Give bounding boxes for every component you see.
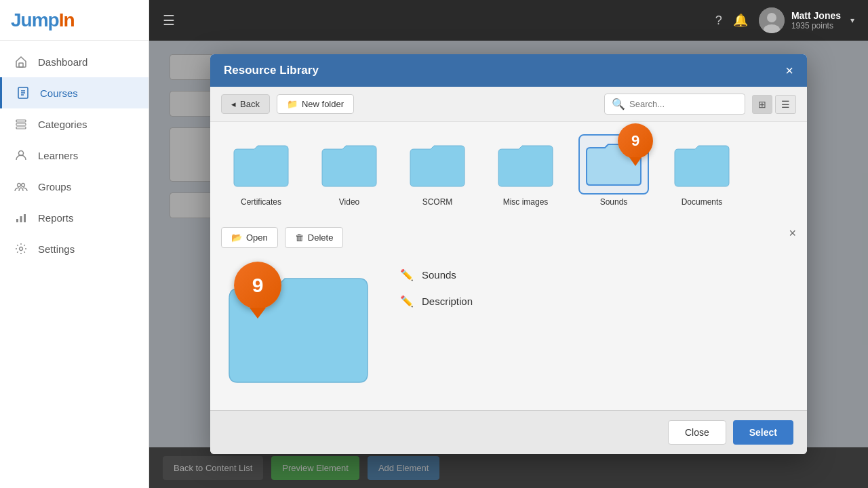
folder-add-icon: 📁	[287, 99, 298, 109]
sidebar-item-groups[interactable]: Groups	[0, 171, 149, 202]
user-points: 1935 points	[791, 21, 841, 30]
bottom-panel-close-button[interactable]: ×	[789, 227, 796, 239]
sidebar-item-reports-label: Reports	[38, 212, 74, 224]
large-folder-badge: 9	[234, 262, 281, 309]
sidebar-item-learners-label: Learners	[38, 150, 78, 161]
folder-name-item: ✏️ Sounds	[400, 268, 473, 281]
svg-rect-11	[16, 219, 18, 222]
delete-button[interactable]: 🗑 Delete	[285, 227, 344, 248]
logo-text: JumpIn	[11, 9, 75, 31]
folder-video[interactable]: Video	[312, 136, 387, 207]
grid-view-button[interactable]: ⊞	[752, 95, 772, 114]
new-folder-button[interactable]: 📁 New folder	[277, 94, 354, 114]
sidebar-item-settings[interactable]: Settings	[0, 233, 149, 264]
svg-rect-7	[16, 127, 26, 129]
list-view-button[interactable]: ☰	[775, 95, 796, 114]
folder-icon-sounds: 9	[580, 136, 648, 193]
logo: JumpIn	[0, 0, 149, 41]
modal-overlay: Resource Library × ◂ Back 📁 New folder 🔍	[149, 41, 868, 488]
sidebar: JumpIn Dashboard Courses	[0, 0, 149, 488]
chevron-down-icon[interactable]: ▾	[850, 16, 854, 25]
folder-icon-video	[315, 136, 383, 193]
modal-bottom-section: 📂 Open 🗑 Delete ×	[210, 220, 807, 410]
modal-toolbar: ◂ Back 📁 New folder 🔍 ⊞ ☰	[210, 87, 807, 122]
pencil-desc-icon: ✏️	[400, 295, 414, 308]
sidebar-item-dashboard[interactable]: Dashboard	[0, 46, 149, 77]
search-input[interactable]	[629, 99, 738, 109]
sidebar-nav: Dashboard Courses Categor	[0, 41, 149, 488]
book-icon	[16, 85, 31, 100]
folder-preview-area: 9 ✏️ Sounds ✏️	[210, 255, 807, 401]
back-button[interactable]: ◂ Back	[221, 94, 270, 114]
person-icon	[14, 148, 28, 163]
sidebar-item-groups-label: Groups	[38, 181, 71, 192]
topbar-left: ☰	[163, 12, 175, 28]
svg-rect-12	[20, 216, 22, 222]
folder-scorm[interactable]: SCORM	[400, 136, 475, 207]
folder-open-icon: 📂	[231, 232, 242, 243]
pencil-name-icon: ✏️	[400, 268, 414, 281]
folder-icon-misc	[492, 136, 559, 193]
folder-sounds-label: Sounds	[600, 197, 628, 207]
main-area: ☰ ? 🔔 Matt Jones 1935 points ▾	[149, 0, 868, 488]
folder-sounds-badge-top: 9	[618, 123, 653, 159]
svg-point-9	[18, 184, 21, 187]
sidebar-item-learners[interactable]: Learners	[0, 140, 149, 171]
folder-detail: ✏️ Sounds ✏️ Description	[400, 262, 473, 308]
sidebar-item-categories-label: Categories	[38, 119, 87, 130]
folder-description-item: ✏️ Description	[400, 295, 473, 308]
search-icon: 🔍	[612, 98, 625, 110]
svg-point-16	[767, 13, 776, 22]
folder-documents-label: Documents	[682, 197, 723, 207]
sidebar-item-reports[interactable]: Reports	[0, 202, 149, 233]
svg-rect-0	[19, 63, 23, 67]
folder-certificates-label: Certificates	[241, 197, 281, 207]
close-footer-button[interactable]: Close	[668, 420, 726, 445]
modal-title: Resource Library	[224, 64, 319, 77]
folder-certificates[interactable]: Certificates	[224, 136, 298, 207]
sidebar-item-categories[interactable]: Categories	[0, 108, 149, 140]
search-box: 🔍	[604, 94, 745, 115]
hamburger-icon[interactable]: ☰	[163, 12, 175, 28]
content-area: Resource Library × ◂ Back 📁 New folder 🔍	[149, 41, 868, 488]
resource-library-modal: Resource Library × ◂ Back 📁 New folder 🔍	[210, 54, 807, 454]
user-details: Matt Jones 1935 points	[791, 10, 841, 30]
folder-scorm-label: SCORM	[422, 197, 453, 207]
folder-icon-certificates	[227, 136, 295, 193]
folders-grid: Certificates Video	[210, 122, 807, 220]
chevron-left-icon: ◂	[231, 99, 236, 109]
large-folder-preview: 9	[224, 262, 373, 387]
settings-icon	[14, 241, 28, 256]
folder-misc-images[interactable]: Misc images	[488, 136, 563, 207]
help-icon[interactable]: ?	[715, 14, 722, 28]
svg-point-14	[20, 247, 23, 251]
folder-video-label: Video	[339, 197, 359, 207]
modal-footer: Close Select	[210, 410, 807, 454]
chart-icon	[14, 210, 28, 225]
bell-icon[interactable]: 🔔	[733, 13, 748, 28]
user-info: Matt Jones 1935 points ▾	[759, 7, 854, 33]
folder-sounds[interactable]: 9 Sounds	[576, 136, 651, 207]
sidebar-item-dashboard-label: Dashboard	[38, 56, 87, 68]
sidebar-item-courses-label: Courses	[40, 87, 78, 99]
action-bar: 📂 Open 🗑 Delete	[210, 220, 807, 255]
sidebar-item-courses[interactable]: Courses	[0, 77, 149, 108]
svg-point-10	[22, 184, 25, 187]
avatar	[759, 7, 785, 33]
modal-header: Resource Library ×	[210, 54, 807, 87]
folder-misc-label: Misc images	[503, 197, 549, 207]
modal-close-button[interactable]: ×	[785, 64, 793, 77]
svg-rect-6	[16, 123, 26, 125]
folder-icon-scorm	[403, 136, 471, 193]
open-button[interactable]: 📂 Open	[221, 227, 278, 248]
sidebar-item-settings-label: Settings	[38, 243, 75, 255]
topbar: ☰ ? 🔔 Matt Jones 1935 points ▾	[149, 0, 868, 41]
folder-documents[interactable]: Documents	[665, 136, 739, 207]
select-footer-button[interactable]: Select	[733, 420, 793, 445]
group-icon	[14, 179, 28, 194]
folder-description-label: Description	[422, 296, 473, 307]
folder-icon-documents	[668, 136, 736, 193]
home-icon	[14, 54, 28, 69]
user-name: Matt Jones	[791, 10, 841, 21]
list-icon	[14, 117, 28, 131]
